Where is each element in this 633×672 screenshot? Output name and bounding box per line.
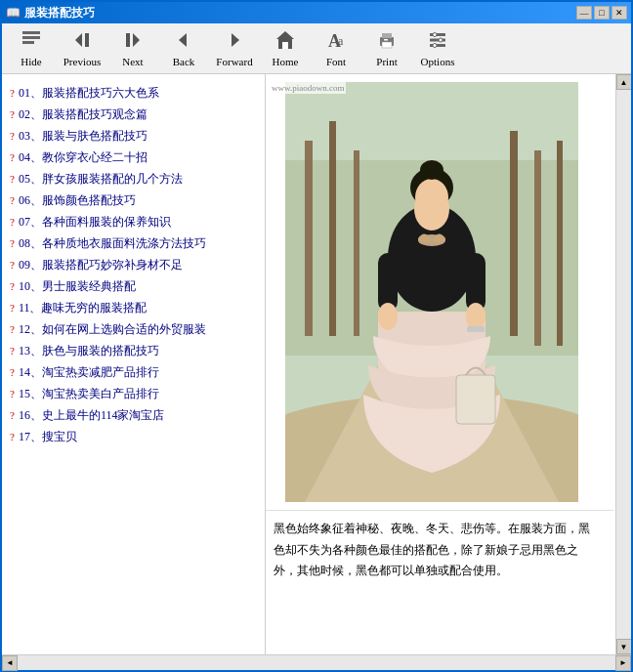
main-window: 📖 服装搭配技巧 — □ ✕ Hide [0, 0, 633, 672]
right-content: 黑色始终象征着神秘、夜晚、冬天、悲伤等。在服装方面，黑色却不失为各种颜色最佳的搭… [266, 74, 631, 654]
font-button[interactable]: A a Font [311, 26, 361, 71]
scroll-up-button[interactable]: ▲ [616, 74, 632, 90]
sidebar-item[interactable]: ?12、如何在网上选购合适的外贸服装 [6, 318, 261, 340]
sidebar-item[interactable]: ?08、各种质地衣服面料洗涤方法技巧 [6, 232, 261, 254]
toolbar: Hide Previous Next [2, 23, 631, 74]
svg-rect-46 [467, 326, 485, 332]
next-label: Next [122, 56, 143, 67]
question-icon: ? [10, 321, 15, 338]
sidebar-item[interactable]: ?16、史上最牛的114家淘宝店 [6, 404, 261, 426]
sidebar-item[interactable]: ?09、服装搭配巧妙弥补身材不足 [6, 254, 261, 275]
question-icon: ? [10, 278, 15, 295]
sidebar-item-label: 11、趣味无穷的服装搭配 [19, 299, 148, 316]
svg-rect-4 [85, 33, 89, 47]
hide-label: Hide [21, 56, 41, 67]
sidebar-item[interactable]: ?02、服装搭配技巧观念篇 [6, 104, 261, 125]
question-icon: ? [10, 149, 15, 166]
font-icon: A a [325, 29, 347, 54]
home-icon [274, 29, 296, 54]
svg-point-22 [433, 44, 437, 48]
sidebar-item[interactable]: ?06、服饰颜色搭配技巧 [6, 189, 261, 211]
image-container [266, 74, 613, 510]
sidebar-item[interactable]: ?03、服装与肤色搭配技巧 [6, 125, 261, 147]
question-icon: ? [10, 343, 15, 359]
title-bar: 📖 服装搭配技巧 — □ ✕ [2, 2, 631, 23]
sidebar-item-label: 04、教你穿衣心经二十招 [19, 148, 148, 166]
sidebar-item-label: 06、服饰颜色搭配技巧 [19, 191, 136, 209]
sidebar-item-label: 15、淘宝热卖美白产品排行 [19, 385, 159, 402]
h-scroll-track [18, 655, 615, 670]
svg-rect-16 [384, 39, 388, 41]
svg-rect-28 [510, 131, 518, 336]
svg-rect-6 [126, 33, 130, 47]
scroll-down-button[interactable]: ▼ [616, 639, 632, 654]
question-icon: ? [10, 85, 15, 102]
svg-point-45 [466, 303, 485, 330]
right-scrollbar: ▲ ▼ [615, 74, 631, 654]
svg-marker-3 [75, 33, 82, 47]
font-label: Font [326, 56, 346, 67]
svg-rect-29 [534, 150, 541, 346]
question-icon: ? [10, 429, 15, 445]
next-icon [122, 29, 144, 54]
svg-point-44 [378, 303, 398, 330]
previous-button[interactable]: Previous [57, 26, 107, 71]
forward-label: Forward [216, 56, 252, 67]
scroll-right-button[interactable]: ► [615, 655, 631, 671]
title-bar-controls: — □ ✕ [576, 6, 627, 20]
home-label: Home [273, 56, 299, 67]
svg-rect-18 [430, 39, 445, 42]
question-icon: ? [10, 407, 15, 424]
minimize-button[interactable]: — [576, 6, 592, 20]
forward-button[interactable]: Forward [209, 26, 260, 71]
question-icon: ? [10, 214, 15, 231]
svg-rect-10 [282, 42, 288, 49]
scroll-left-button[interactable]: ◄ [2, 655, 18, 671]
svg-rect-17 [430, 33, 445, 36]
sidebar-item[interactable]: ?11、趣味无穷的服装搭配 [6, 297, 261, 318]
svg-marker-7 [179, 33, 187, 47]
sidebar-item-label: 07、各种面料服装的保养知识 [19, 213, 171, 231]
sidebar-item[interactable]: ?04、教你穿衣心经二十招 [6, 147, 261, 168]
question-icon: ? [10, 386, 15, 402]
sidebar-item[interactable]: ?14、淘宝热卖减肥产品排行 [6, 361, 261, 383]
sidebar-item-label: 17、搜宝贝 [19, 428, 77, 445]
next-button[interactable]: Next [107, 26, 158, 71]
hide-button[interactable]: Hide [6, 26, 57, 71]
question-icon: ? [10, 192, 15, 209]
question-icon: ? [10, 171, 15, 188]
sidebar-item[interactable]: ?05、胖女孩服装搭配的几个方法 [6, 168, 261, 189]
options-icon [427, 29, 448, 54]
article-body: 黑色始终象征着神秘、夜晚、冬天、悲伤等。在服装方面，黑色却不失为各种颜色最佳的搭… [274, 522, 590, 577]
question-icon: ? [10, 257, 15, 273]
sidebar-item[interactable]: ?17、搜宝贝 [6, 426, 261, 447]
window-title: 服装搭配技巧 [24, 5, 95, 21]
svg-rect-1 [22, 36, 40, 39]
title-bar-left: 📖 服装搭配技巧 [6, 5, 95, 21]
home-button[interactable]: Home [260, 26, 311, 71]
options-button[interactable]: Options [412, 26, 463, 71]
sidebar-item[interactable]: ?10、男士服装经典搭配 [6, 275, 261, 297]
svg-point-38 [420, 160, 443, 180]
options-label: Options [421, 56, 455, 67]
back-button[interactable]: Back [158, 26, 209, 71]
article-text: 黑色始终象征着神秘、夜晚、冬天、悲伤等。在服装方面，黑色却不失为各种颜色最佳的搭… [266, 510, 613, 590]
sidebar-item-label: 01、服装搭配技巧六大色系 [19, 84, 159, 102]
watermark: www.piaodown.com [270, 82, 346, 94]
sidebar-item[interactable]: ?15、淘宝热卖美白产品排行 [6, 383, 261, 404]
close-button[interactable]: ✕ [612, 6, 627, 20]
svg-rect-2 [22, 41, 34, 44]
back-label: Back [173, 56, 195, 67]
sidebar-item-label: 14、淘宝热卖减肥产品排行 [19, 363, 159, 381]
maximize-button[interactable]: □ [594, 6, 610, 20]
sidebar-item[interactable]: ?01、服装搭配技巧六大色系 [6, 82, 261, 104]
sidebar-item[interactable]: ?13、肤色与服装的搭配技巧 [6, 340, 261, 361]
svg-rect-19 [430, 44, 445, 47]
sidebar-item-label: 09、服装搭配巧妙弥补身材不足 [19, 256, 183, 273]
sidebar-item-label: 13、肤色与服装的搭配技巧 [19, 342, 159, 359]
svg-rect-0 [22, 31, 40, 34]
question-icon: ? [10, 364, 15, 381]
back-icon [173, 29, 194, 54]
print-button[interactable]: Print [361, 26, 412, 71]
sidebar-item[interactable]: ?07、各种面料服装的保养知识 [6, 211, 261, 232]
